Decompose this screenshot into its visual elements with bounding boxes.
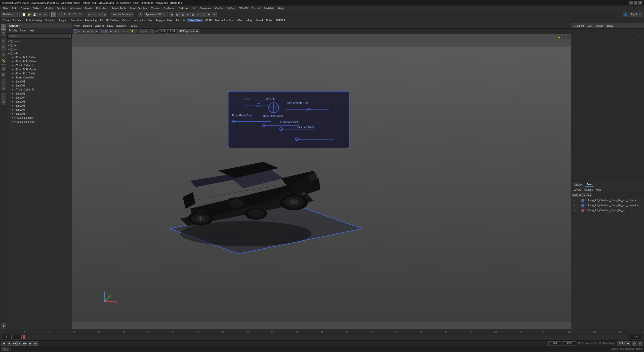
ch-edit[interactable]: Edit bbox=[587, 24, 593, 27]
left-icon-select[interactable]: ↖ bbox=[1, 24, 6, 30]
vp-icon-aa[interactable]: A bbox=[122, 29, 126, 33]
menu-help[interactable]: Help bbox=[276, 6, 286, 10]
secondary-rigging[interactable]: Rigging bbox=[57, 19, 68, 22]
toolbar-render-icon-6[interactable]: ⊡ bbox=[196, 12, 201, 17]
ch-show[interactable]: Show bbox=[606, 24, 614, 27]
no-live-surface-btn[interactable]: No Live Surface ● bbox=[111, 12, 134, 17]
secondary-poly-modeling[interactable]: Poly Modeling bbox=[25, 19, 43, 22]
tree-item-0[interactable]: ▶📷persp bbox=[7, 39, 72, 43]
menu-mesh[interactable]: Mesh bbox=[83, 6, 94, 10]
vp-icon-camera[interactable]: 📷 bbox=[73, 29, 77, 33]
tree-item-2[interactable]: ▶📷front bbox=[7, 47, 72, 51]
tree-item-13[interactable]: ▶○Line003 bbox=[7, 92, 72, 96]
menu-windows[interactable]: Windows bbox=[68, 6, 83, 10]
vp-menu-lighting[interactable]: Lighting bbox=[94, 24, 105, 27]
left-icon-help[interactable]: ? bbox=[1, 93, 6, 99]
viewport-canvas[interactable]: Track Wheels Front Wheels Turn Front Rig… bbox=[72, 34, 571, 335]
left-icon-transform[interactable]: ✛ bbox=[1, 30, 6, 36]
toolbar-snap-point[interactable]: ⊙ bbox=[97, 12, 102, 17]
toolbar-snap-grid[interactable]: ⊞ bbox=[87, 12, 92, 17]
toolbar-new[interactable]: 📄 bbox=[21, 12, 26, 17]
secondary-arnold[interactable]: Arnold bbox=[254, 19, 264, 22]
menu-deform[interactable]: Deform bbox=[177, 6, 189, 10]
play-prev-btn[interactable]: ⏮ bbox=[2, 341, 6, 346]
toolbar-render-icon-5[interactable]: ▩ bbox=[190, 12, 195, 17]
toolbar-camera-icon[interactable]: 👤 bbox=[623, 12, 628, 17]
tree-item-15[interactable]: ▶○Line005 bbox=[7, 100, 72, 104]
layer-next-btn[interactable]: ▶▶ bbox=[587, 193, 592, 197]
audio-btn[interactable]: 🔊 bbox=[632, 341, 636, 346]
fps-select[interactable]: 24 fps 25 fps 30 fps bbox=[617, 341, 630, 345]
secondary-turtle[interactable]: TURTLE bbox=[274, 19, 287, 22]
menu-mesh-display[interactable]: Mesh Display bbox=[129, 6, 149, 10]
left-icon-custom2[interactable]: ⊞ bbox=[1, 85, 6, 91]
close-button[interactable]: ✕ bbox=[638, 1, 642, 5]
tree-item-1[interactable]: ▶📷top bbox=[7, 43, 72, 47]
left-icon-lasso[interactable]: ⊃ bbox=[1, 38, 6, 43]
vp-icon-light[interactable]: ☀ bbox=[126, 29, 130, 33]
tree-item-11[interactable]: ▶○Line002 bbox=[7, 83, 72, 87]
menu-modify[interactable]: Modify bbox=[43, 6, 54, 10]
symmetry-btn[interactable]: Symmetry: Off ▼ bbox=[144, 12, 166, 17]
menu-3dto[interactable]: 3DtoAll bbox=[237, 6, 249, 10]
secondary-sculpting[interactable]: Sculpting bbox=[44, 19, 57, 22]
menu-curves[interactable]: Curves bbox=[149, 6, 162, 10]
end-frame-input[interactable] bbox=[630, 335, 642, 339]
vp-icon-display2[interactable]: ▦ bbox=[86, 29, 90, 33]
toolbar-soft-sel[interactable]: 𝐒 bbox=[138, 12, 143, 17]
minimize-button[interactable]: ─ bbox=[629, 1, 633, 5]
vp-icon-display1[interactable]: ▣ bbox=[82, 29, 86, 33]
outliner-menu-show[interactable]: Show bbox=[19, 29, 27, 32]
layer-tab-anim[interactable]: Anim bbox=[585, 183, 594, 187]
outliner-menu-display[interactable]: Display bbox=[8, 29, 18, 32]
play-step-back-btn[interactable]: ◀ bbox=[7, 341, 11, 346]
vp-icon-display3[interactable]: ▧ bbox=[90, 29, 94, 33]
layer-layers-btn[interactable]: Layers bbox=[573, 188, 582, 191]
toolbar-render-icon-1[interactable]: ▣ bbox=[169, 12, 174, 17]
toolbar-save[interactable]: 💾 bbox=[32, 12, 37, 17]
menu-cache[interactable]: Cache bbox=[213, 6, 225, 10]
menu-select[interactable]: Select bbox=[31, 6, 43, 10]
secondary-redshift[interactable]: Redshift bbox=[175, 19, 186, 22]
layer-options-btn[interactable]: Options bbox=[583, 188, 593, 191]
menu-display[interactable]: Display bbox=[55, 6, 68, 10]
layer-tab-display[interactable]: Display bbox=[573, 183, 584, 187]
secondary-bullet[interactable]: Bullet bbox=[265, 19, 274, 22]
tree-item-8[interactable]: ▶□Door_F_L_Cable bbox=[7, 71, 72, 75]
toolbar-snap-view[interactable]: ◎ bbox=[102, 12, 107, 17]
vp-exposure-input[interactable] bbox=[158, 29, 168, 33]
sign-in-btn[interactable]: Sign In ▼ bbox=[629, 12, 642, 17]
tree-item-18[interactable]: ▶○Line008 bbox=[7, 112, 72, 116]
timeline-track[interactable] bbox=[23, 335, 629, 339]
menu-uv[interactable]: UV bbox=[190, 6, 197, 10]
vp-menu-view[interactable]: View bbox=[73, 24, 81, 27]
toolbar-universal[interactable]: T bbox=[72, 12, 77, 17]
layer-back-btn[interactable]: ◀ bbox=[577, 193, 582, 197]
toolbar-render-icon-4[interactable]: ▣ bbox=[185, 12, 190, 17]
mel-input[interactable] bbox=[10, 347, 609, 351]
layer-forward-btn[interactable]: ▶ bbox=[582, 193, 587, 197]
menu-file[interactable]: File bbox=[2, 6, 10, 10]
vp-gamma-select[interactable]: sRGB gamma Linear bbox=[177, 29, 199, 33]
secondary-rendering[interactable]: Rendering bbox=[84, 19, 98, 22]
secondary-fit-caching[interactable]: Fit Caching bbox=[105, 19, 120, 22]
vp-menu-show[interactable]: Show bbox=[105, 24, 114, 27]
mel-tag[interactable]: MEL bbox=[2, 347, 9, 351]
tree-item-9[interactable]: ▶○Main_Controller bbox=[7, 75, 72, 79]
loop-btn[interactable]: ↺ bbox=[638, 341, 642, 346]
menu-redshift[interactable]: Redshift bbox=[262, 6, 275, 10]
tree-item-6[interactable]: ▶□Trunk_Cable_L bbox=[7, 63, 72, 67]
left-icon-bottom1[interactable]: ≣ bbox=[1, 323, 6, 329]
menu-arnold[interactable]: Arnold bbox=[250, 6, 261, 10]
layer-item-2[interactable]: VPLiXiang_L6_Obsidian_Black_Rigged bbox=[571, 208, 644, 213]
toolbar-undo[interactable]: ↩ bbox=[37, 12, 42, 17]
secondary-animation[interactable]: Animation bbox=[69, 19, 83, 22]
vp-icon-heads-up[interactable]: ℹ bbox=[149, 29, 153, 33]
secondary-vray[interactable]: vRay bbox=[245, 19, 254, 22]
current-frame-input[interactable] bbox=[2, 335, 12, 339]
vp-icon-display4[interactable]: ■ bbox=[94, 29, 98, 33]
left-icon-custom1[interactable]: ≡ bbox=[1, 79, 6, 85]
vp-gain-input[interactable] bbox=[168, 29, 177, 33]
vp-icon-shade2[interactable]: ⬢ bbox=[109, 29, 113, 33]
maximize-button[interactable]: □ bbox=[634, 1, 637, 5]
